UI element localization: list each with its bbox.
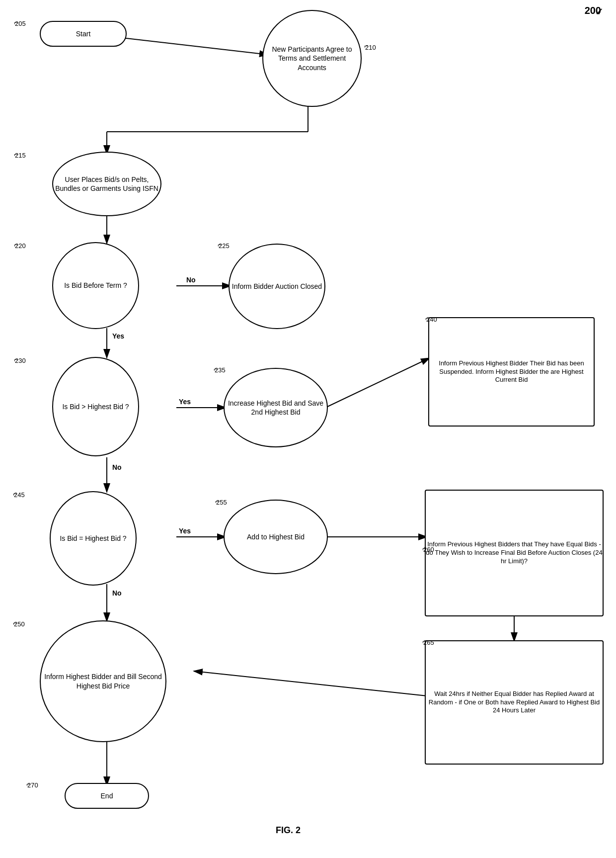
node-265-label: Wait 24hrs if Neither Equal Bidder has R… bbox=[426, 690, 603, 715]
node-230: Is Bid > Highest Bid ? bbox=[52, 357, 139, 456]
node-215: User Places Bid/s on Pelts, Bundles or G… bbox=[52, 152, 161, 216]
node-260: Inform Previous Highest Bidders that The… bbox=[425, 490, 604, 616]
node-210: New Participants Agree to Terms and Sett… bbox=[262, 10, 362, 107]
node-215-label: User Places Bid/s on Pelts, Bundles or G… bbox=[53, 175, 160, 193]
node-225: Inform Bidder Auction Closed bbox=[229, 244, 325, 329]
node-250-label: Inform Highest Bidder and Bill Second Hi… bbox=[41, 672, 165, 690]
fig-label: FIG. 2 bbox=[238, 825, 338, 836]
node-235: Increase Highest Bid and Save 2nd Highes… bbox=[224, 368, 328, 447]
label-yes-230: Yes bbox=[179, 398, 191, 406]
label-no-230: No bbox=[112, 463, 122, 471]
svg-line-14 bbox=[194, 671, 427, 696]
node-220-label: Is Bid Before Term ? bbox=[64, 281, 127, 290]
end-label: End bbox=[101, 791, 113, 800]
node-250: Inform Highest Bidder and Bill Second Hi… bbox=[40, 620, 166, 742]
node-235-label: Increase Highest Bid and Save 2nd Highes… bbox=[225, 399, 327, 417]
label-no-220: No bbox=[186, 276, 196, 284]
end-node: End bbox=[65, 783, 149, 809]
node-265: Wait 24hrs if Neither Equal Bidder has R… bbox=[425, 640, 604, 765]
node-240-label: Inform Previous Highest Bidder Their Bid… bbox=[429, 359, 594, 385]
start-node: Start bbox=[40, 21, 127, 47]
node-220: Is Bid Before Term ? bbox=[52, 242, 139, 329]
node-240: Inform Previous Highest Bidder Their Bid… bbox=[428, 317, 595, 427]
start-label: Start bbox=[76, 29, 91, 38]
label-yes-245: Yes bbox=[179, 527, 191, 535]
label-yes-220: Yes bbox=[112, 332, 124, 340]
node-245: Is Bid = Highest Bid ? bbox=[50, 491, 137, 586]
node-210-label: New Participants Agree to Terms and Sett… bbox=[263, 45, 361, 72]
node-225-label: Inform Bidder Auction Closed bbox=[232, 282, 322, 291]
node-245-label: Is Bid = Highest Bid ? bbox=[60, 534, 126, 543]
svg-line-9 bbox=[325, 358, 430, 408]
node-255-label: Add to Highest Bid bbox=[247, 532, 305, 541]
node-230-label: Is Bid > Highest Bid ? bbox=[62, 402, 129, 411]
node-255: Add to Highest Bid bbox=[224, 500, 328, 574]
node-260-label: Inform Previous Highest Bidders that The… bbox=[426, 540, 603, 566]
label-no-245: No bbox=[112, 589, 122, 597]
flowchart-diagram: 200 ↙ bbox=[0, 0, 616, 858]
